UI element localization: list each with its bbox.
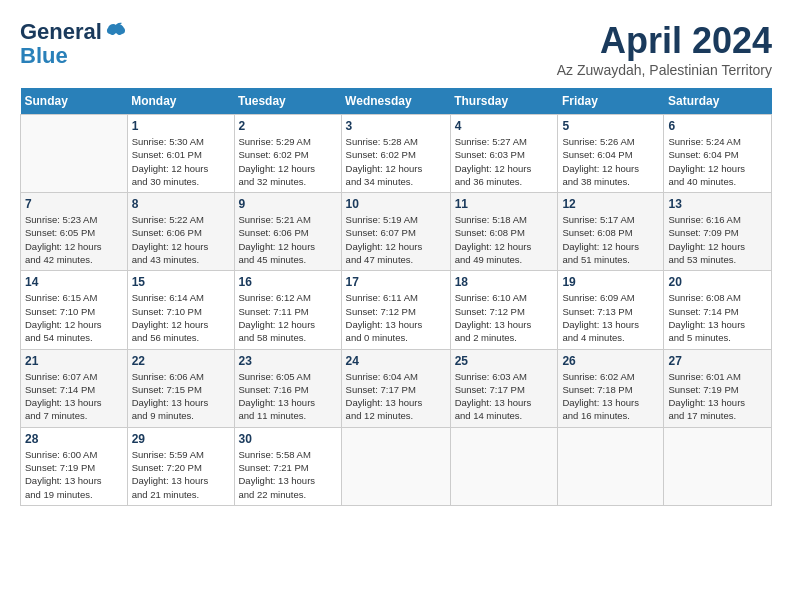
day-info: Sunrise: 5:23 AM Sunset: 6:05 PM Dayligh…: [25, 213, 123, 266]
calendar-cell: 25Sunrise: 6:03 AM Sunset: 7:17 PM Dayli…: [450, 349, 558, 427]
calendar-cell: 3Sunrise: 5:28 AM Sunset: 6:02 PM Daylig…: [341, 115, 450, 193]
day-number: 9: [239, 197, 337, 211]
weekday-header-tuesday: Tuesday: [234, 88, 341, 115]
calendar-cell: 21Sunrise: 6:07 AM Sunset: 7:14 PM Dayli…: [21, 349, 128, 427]
logo: General Blue: [20, 20, 128, 68]
weekday-header-monday: Monday: [127, 88, 234, 115]
day-info: Sunrise: 6:14 AM Sunset: 7:10 PM Dayligh…: [132, 291, 230, 344]
day-info: Sunrise: 5:28 AM Sunset: 6:02 PM Dayligh…: [346, 135, 446, 188]
calendar-cell: 2Sunrise: 5:29 AM Sunset: 6:02 PM Daylig…: [234, 115, 341, 193]
day-number: 27: [668, 354, 767, 368]
calendar-cell: 24Sunrise: 6:04 AM Sunset: 7:17 PM Dayli…: [341, 349, 450, 427]
calendar-cell: 19Sunrise: 6:09 AM Sunset: 7:13 PM Dayli…: [558, 271, 664, 349]
day-number: 20: [668, 275, 767, 289]
day-info: Sunrise: 6:01 AM Sunset: 7:19 PM Dayligh…: [668, 370, 767, 423]
calendar-cell: 28Sunrise: 6:00 AM Sunset: 7:19 PM Dayli…: [21, 427, 128, 505]
calendar-cell: 6Sunrise: 5:24 AM Sunset: 6:04 PM Daylig…: [664, 115, 772, 193]
day-number: 22: [132, 354, 230, 368]
calendar-cell: 22Sunrise: 6:06 AM Sunset: 7:15 PM Dayli…: [127, 349, 234, 427]
calendar-week-row: 28Sunrise: 6:00 AM Sunset: 7:19 PM Dayli…: [21, 427, 772, 505]
weekday-header-wednesday: Wednesday: [341, 88, 450, 115]
day-info: Sunrise: 5:24 AM Sunset: 6:04 PM Dayligh…: [668, 135, 767, 188]
calendar-cell: 18Sunrise: 6:10 AM Sunset: 7:12 PM Dayli…: [450, 271, 558, 349]
day-info: Sunrise: 5:18 AM Sunset: 6:08 PM Dayligh…: [455, 213, 554, 266]
weekday-header-thursday: Thursday: [450, 88, 558, 115]
day-info: Sunrise: 6:03 AM Sunset: 7:17 PM Dayligh…: [455, 370, 554, 423]
day-number: 14: [25, 275, 123, 289]
calendar-cell: 15Sunrise: 6:14 AM Sunset: 7:10 PM Dayli…: [127, 271, 234, 349]
day-info: Sunrise: 5:30 AM Sunset: 6:01 PM Dayligh…: [132, 135, 230, 188]
calendar-cell: 1Sunrise: 5:30 AM Sunset: 6:01 PM Daylig…: [127, 115, 234, 193]
day-info: Sunrise: 6:10 AM Sunset: 7:12 PM Dayligh…: [455, 291, 554, 344]
weekday-header-saturday: Saturday: [664, 88, 772, 115]
calendar-cell: 13Sunrise: 6:16 AM Sunset: 7:09 PM Dayli…: [664, 193, 772, 271]
calendar-cell: 26Sunrise: 6:02 AM Sunset: 7:18 PM Dayli…: [558, 349, 664, 427]
day-info: Sunrise: 6:04 AM Sunset: 7:17 PM Dayligh…: [346, 370, 446, 423]
day-number: 28: [25, 432, 123, 446]
day-info: Sunrise: 5:19 AM Sunset: 6:07 PM Dayligh…: [346, 213, 446, 266]
calendar-cell: 16Sunrise: 6:12 AM Sunset: 7:11 PM Dayli…: [234, 271, 341, 349]
day-info: Sunrise: 6:02 AM Sunset: 7:18 PM Dayligh…: [562, 370, 659, 423]
day-info: Sunrise: 6:09 AM Sunset: 7:13 PM Dayligh…: [562, 291, 659, 344]
day-number: 2: [239, 119, 337, 133]
day-info: Sunrise: 6:16 AM Sunset: 7:09 PM Dayligh…: [668, 213, 767, 266]
day-info: Sunrise: 5:17 AM Sunset: 6:08 PM Dayligh…: [562, 213, 659, 266]
day-number: 12: [562, 197, 659, 211]
day-number: 11: [455, 197, 554, 211]
day-info: Sunrise: 6:11 AM Sunset: 7:12 PM Dayligh…: [346, 291, 446, 344]
day-number: 30: [239, 432, 337, 446]
day-number: 13: [668, 197, 767, 211]
calendar-table: SundayMondayTuesdayWednesdayThursdayFrid…: [20, 88, 772, 506]
day-number: 7: [25, 197, 123, 211]
calendar-cell: [341, 427, 450, 505]
day-info: Sunrise: 5:21 AM Sunset: 6:06 PM Dayligh…: [239, 213, 337, 266]
logo-blue: Blue: [20, 44, 68, 68]
day-info: Sunrise: 5:22 AM Sunset: 6:06 PM Dayligh…: [132, 213, 230, 266]
day-info: Sunrise: 6:00 AM Sunset: 7:19 PM Dayligh…: [25, 448, 123, 501]
calendar-cell: 23Sunrise: 6:05 AM Sunset: 7:16 PM Dayli…: [234, 349, 341, 427]
day-info: Sunrise: 5:29 AM Sunset: 6:02 PM Dayligh…: [239, 135, 337, 188]
calendar-week-row: 21Sunrise: 6:07 AM Sunset: 7:14 PM Dayli…: [21, 349, 772, 427]
day-info: Sunrise: 5:58 AM Sunset: 7:21 PM Dayligh…: [239, 448, 337, 501]
day-info: Sunrise: 6:06 AM Sunset: 7:15 PM Dayligh…: [132, 370, 230, 423]
calendar-cell: 29Sunrise: 5:59 AM Sunset: 7:20 PM Dayli…: [127, 427, 234, 505]
weekday-header-row: SundayMondayTuesdayWednesdayThursdayFrid…: [21, 88, 772, 115]
day-info: Sunrise: 5:59 AM Sunset: 7:20 PM Dayligh…: [132, 448, 230, 501]
day-number: 4: [455, 119, 554, 133]
day-number: 5: [562, 119, 659, 133]
calendar-cell: 11Sunrise: 5:18 AM Sunset: 6:08 PM Dayli…: [450, 193, 558, 271]
day-number: 17: [346, 275, 446, 289]
title-section: April 2024 Az Zuwaydah, Palestinian Terr…: [557, 20, 772, 78]
day-info: Sunrise: 6:12 AM Sunset: 7:11 PM Dayligh…: [239, 291, 337, 344]
day-number: 6: [668, 119, 767, 133]
calendar-cell: 27Sunrise: 6:01 AM Sunset: 7:19 PM Dayli…: [664, 349, 772, 427]
calendar-cell: 7Sunrise: 5:23 AM Sunset: 6:05 PM Daylig…: [21, 193, 128, 271]
day-info: Sunrise: 6:07 AM Sunset: 7:14 PM Dayligh…: [25, 370, 123, 423]
weekday-header-friday: Friday: [558, 88, 664, 115]
day-info: Sunrise: 5:27 AM Sunset: 6:03 PM Dayligh…: [455, 135, 554, 188]
day-number: 15: [132, 275, 230, 289]
day-number: 29: [132, 432, 230, 446]
day-info: Sunrise: 6:05 AM Sunset: 7:16 PM Dayligh…: [239, 370, 337, 423]
day-number: 18: [455, 275, 554, 289]
day-info: Sunrise: 6:08 AM Sunset: 7:14 PM Dayligh…: [668, 291, 767, 344]
calendar-cell: 12Sunrise: 5:17 AM Sunset: 6:08 PM Dayli…: [558, 193, 664, 271]
calendar-cell: 30Sunrise: 5:58 AM Sunset: 7:21 PM Dayli…: [234, 427, 341, 505]
calendar-cell: 10Sunrise: 5:19 AM Sunset: 6:07 PM Dayli…: [341, 193, 450, 271]
calendar-cell: 5Sunrise: 5:26 AM Sunset: 6:04 PM Daylig…: [558, 115, 664, 193]
day-info: Sunrise: 6:15 AM Sunset: 7:10 PM Dayligh…: [25, 291, 123, 344]
calendar-cell: 17Sunrise: 6:11 AM Sunset: 7:12 PM Dayli…: [341, 271, 450, 349]
day-number: 8: [132, 197, 230, 211]
calendar-cell: 14Sunrise: 6:15 AM Sunset: 7:10 PM Dayli…: [21, 271, 128, 349]
day-number: 26: [562, 354, 659, 368]
calendar-cell: [450, 427, 558, 505]
day-number: 16: [239, 275, 337, 289]
calendar-week-row: 1Sunrise: 5:30 AM Sunset: 6:01 PM Daylig…: [21, 115, 772, 193]
calendar-cell: 4Sunrise: 5:27 AM Sunset: 6:03 PM Daylig…: [450, 115, 558, 193]
logo-bird-icon: [104, 20, 128, 44]
calendar-cell: 8Sunrise: 5:22 AM Sunset: 6:06 PM Daylig…: [127, 193, 234, 271]
calendar-cell: 20Sunrise: 6:08 AM Sunset: 7:14 PM Dayli…: [664, 271, 772, 349]
logo-general: General: [20, 20, 102, 44]
calendar-cell: 9Sunrise: 5:21 AM Sunset: 6:06 PM Daylig…: [234, 193, 341, 271]
day-number: 21: [25, 354, 123, 368]
